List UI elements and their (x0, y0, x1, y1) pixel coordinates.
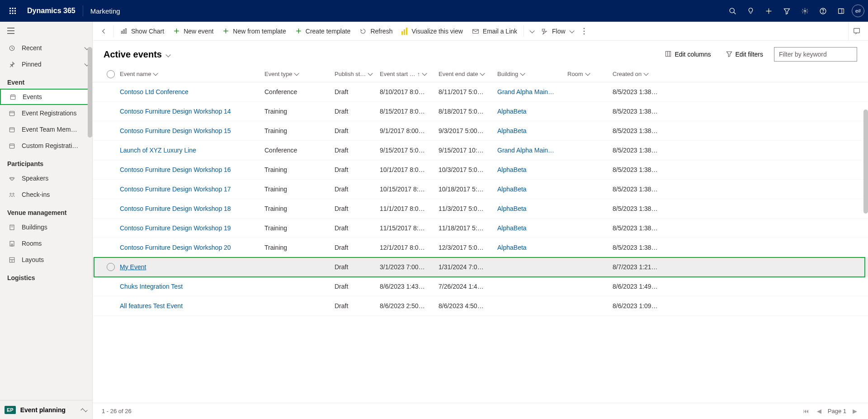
event-name-link[interactable]: Contoso Furniture Design Workshop 19 (120, 224, 264, 232)
col-publish-status[interactable]: Publish st… (335, 71, 380, 77)
cell-event-start: 11/15/2017 8:… (380, 224, 439, 232)
cell-building[interactable]: AlphaBeta (497, 127, 567, 134)
edit-filters-button[interactable]: Edit filters (722, 48, 767, 61)
show-chart-button[interactable]: Show Chart (116, 22, 169, 41)
table-row[interactable]: My EventDraft3/1/2023 7:00…1/31/2024 7:0… (93, 257, 868, 277)
search-icon[interactable] (723, 0, 741, 22)
table-row[interactable]: Contoso Furniture Design Workshop 19Trai… (93, 219, 868, 238)
user-avatar[interactable]: e# (852, 5, 864, 17)
flow-button[interactable]: Flow (537, 22, 577, 41)
nav-item-custom-registrati-[interactable]: Custom Registrati… (0, 138, 92, 154)
col-event-start[interactable]: Event start …↑ (380, 71, 439, 77)
create-template-button[interactable]: Create template (291, 22, 355, 41)
plus-icon[interactable] (760, 0, 778, 22)
nav-collapse-icon[interactable] (0, 22, 92, 40)
cell-event-type: Training (264, 108, 335, 115)
settings-gear-icon[interactable] (796, 0, 814, 22)
chevron-down-icon (569, 28, 573, 35)
app-area-name[interactable]: Marketing (85, 7, 126, 15)
view-selector[interactable]: Active events (104, 49, 169, 60)
table-row[interactable]: Contoso Furniture Design Workshop 14Trai… (93, 102, 868, 121)
col-created-on[interactable]: Created on (613, 71, 671, 77)
table-row[interactable]: Chuks Integration TestDraft8/6/2023 1:43… (93, 277, 868, 296)
email-link-split-chevron[interactable] (526, 27, 537, 35)
cell-event-start: 8/15/2017 8:0… (380, 108, 439, 115)
nav-item-icon (7, 110, 16, 117)
select-all-checkbox[interactable] (107, 70, 115, 78)
nav-item-event-registrations[interactable]: Event Registrations (0, 105, 92, 121)
brand-title[interactable]: Dynamics 365 (22, 7, 81, 15)
event-name-link[interactable]: My Event (120, 263, 264, 271)
back-button[interactable] (96, 28, 112, 35)
event-name-link[interactable]: Contoso Ltd Conference (120, 88, 264, 95)
cell-building[interactable]: Grand Alpha Main… (497, 147, 567, 154)
event-name-link[interactable]: All features Test Event (120, 302, 264, 309)
assistant-pane-icon[interactable] (832, 0, 850, 22)
col-event-type[interactable]: Event type (264, 71, 335, 77)
grid-scrollbar[interactable] (863, 110, 868, 214)
cell-event-start: 3/1/2023 7:00… (380, 263, 439, 271)
app-launcher-icon[interactable] (4, 7, 22, 14)
area-switcher[interactable]: EP Event planning (0, 400, 92, 419)
nav-pinned[interactable]: Pinned (0, 56, 92, 72)
table-row[interactable]: Contoso Furniture Design Workshop 16Trai… (93, 160, 868, 180)
command-overflow-button[interactable] (577, 28, 591, 35)
side-chat-icon[interactable] (848, 22, 864, 41)
nav-item-rooms[interactable]: Rooms (0, 235, 92, 252)
lightbulb-icon[interactable] (741, 0, 760, 22)
table-row[interactable]: Contoso Furniture Design Workshop 20Trai… (93, 238, 868, 257)
nav-item-speakers[interactable]: Speakers (0, 170, 92, 186)
email-link-button[interactable]: Email a Link (467, 22, 522, 41)
cell-publish-status: Draft (335, 186, 380, 193)
col-event-end[interactable]: Event end date (439, 71, 497, 77)
new-event-button[interactable]: New event (169, 22, 218, 41)
cell-created-on: 8/7/2023 1:21… (613, 263, 671, 271)
table-row[interactable]: Contoso Furniture Design Workshop 15Trai… (93, 121, 868, 141)
col-event-name[interactable]: Event name (120, 71, 264, 77)
table-row[interactable]: All features Test EventDraft8/6/2023 2:5… (93, 296, 868, 316)
cell-building[interactable]: AlphaBeta (497, 108, 567, 115)
row-checkbox[interactable] (107, 263, 115, 271)
nav-item-events[interactable]: Events (0, 89, 92, 105)
table-row[interactable]: Contoso Furniture Design Workshop 17Trai… (93, 180, 868, 199)
refresh-icon (359, 28, 367, 35)
event-name-link[interactable]: Contoso Furniture Design Workshop 20 (120, 244, 264, 251)
event-name-link[interactable]: Contoso Furniture Design Workshop 16 (120, 166, 264, 173)
cell-building[interactable]: AlphaBeta (497, 186, 567, 193)
cell-building[interactable]: AlphaBeta (497, 205, 567, 212)
page-prev-button[interactable]: ◀ (815, 407, 823, 415)
nav-recent[interactable]: Recent (0, 40, 92, 56)
refresh-button[interactable]: Refresh (355, 22, 397, 41)
nav-item-layouts[interactable]: Layouts (0, 252, 92, 268)
col-room[interactable]: Room (567, 71, 613, 77)
event-name-link[interactable]: Launch of XYZ Luxury Line (120, 147, 264, 154)
edit-columns-button[interactable]: Edit columns (661, 48, 714, 61)
event-name-link[interactable]: Contoso Furniture Design Workshop 17 (120, 186, 264, 193)
table-row[interactable]: Launch of XYZ Luxury LineConferenceDraft… (93, 141, 868, 160)
filter-funnel-icon[interactable] (778, 0, 796, 22)
new-from-template-button[interactable]: New from template (218, 22, 290, 41)
cell-building[interactable]: AlphaBeta (497, 244, 567, 251)
page-next-button[interactable]: ▶ (851, 407, 859, 415)
nav-item-buildings[interactable]: Buildings (0, 219, 92, 235)
help-icon[interactable] (814, 0, 832, 22)
cell-building[interactable]: Grand Alpha Main… (497, 88, 567, 95)
nav-item-check-ins[interactable]: Check-ins (0, 186, 92, 203)
cell-event-end: 8/11/2017 5:0… (439, 88, 497, 95)
table-row[interactable]: Contoso Furniture Design Workshop 18Trai… (93, 199, 868, 219)
filter-keyword-input[interactable] (774, 47, 857, 62)
event-name-link[interactable]: Contoso Furniture Design Workshop 18 (120, 205, 264, 212)
cell-building[interactable]: AlphaBeta (497, 224, 567, 232)
nav-scrollbar[interactable] (88, 47, 92, 138)
visualize-view-button[interactable]: Visualize this view (397, 22, 467, 41)
svg-point-14 (804, 10, 806, 12)
event-name-link[interactable]: Contoso Furniture Design Workshop 14 (120, 108, 264, 115)
nav-item-event-team-mem-[interactable]: Event Team Mem… (0, 121, 92, 138)
page-first-button[interactable]: ⏮ (801, 407, 811, 415)
cell-building[interactable]: AlphaBeta (497, 166, 567, 173)
svg-rect-47 (123, 29, 124, 33)
col-building[interactable]: Building (497, 71, 567, 77)
table-row[interactable]: Contoso Ltd ConferenceConferenceDraft8/1… (93, 82, 868, 102)
event-name-link[interactable]: Contoso Furniture Design Workshop 15 (120, 127, 264, 134)
event-name-link[interactable]: Chuks Integration Test (120, 283, 264, 290)
